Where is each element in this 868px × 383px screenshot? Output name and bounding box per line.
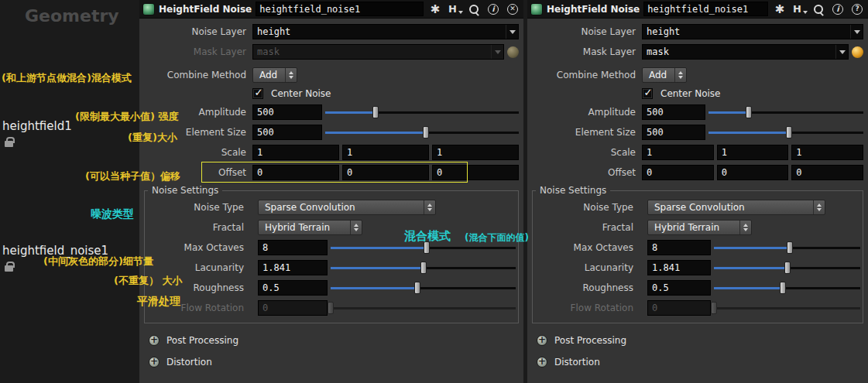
scale-z-field[interactable]: 1 xyxy=(432,145,519,160)
gear-menu-icon[interactable]: ✱ xyxy=(427,2,443,17)
node-name-input[interactable] xyxy=(256,2,424,16)
lacunarity-slider[interactable] xyxy=(331,261,516,275)
slider-handle[interactable] xyxy=(746,106,752,118)
distortion-section[interactable]: + Distortion xyxy=(144,353,519,371)
slider-handle[interactable] xyxy=(786,126,792,138)
offset-x-field[interactable]: 0 xyxy=(252,165,339,180)
spinner-arrows-icon[interactable] xyxy=(813,200,825,214)
scale-z-field[interactable]: 1 xyxy=(791,145,863,160)
distortion-section[interactable]: + Distortion xyxy=(532,353,863,371)
expand-plus-icon[interactable]: + xyxy=(537,357,547,368)
noise-type-dropdown[interactable]: Sparse Convolution xyxy=(647,200,825,215)
search-icon[interactable] xyxy=(466,2,482,17)
scale-x-field[interactable]: 1 xyxy=(252,145,339,160)
element-size-field[interactable]: 500 xyxy=(642,125,705,140)
offset-x-field[interactable]: 0 xyxy=(642,165,714,180)
fractal-dropdown[interactable]: Hybrid Terrain xyxy=(647,220,752,235)
roughness-field[interactable]: 0.5 xyxy=(647,280,711,296)
offset-z-field[interactable]: 0 xyxy=(791,165,863,180)
node-name-input[interactable] xyxy=(643,2,768,16)
chevron-down-icon[interactable] xyxy=(850,25,863,39)
param-row-lacunarity: Lacunarity 1.841 xyxy=(533,259,860,276)
amplitude-slider[interactable] xyxy=(325,105,519,119)
noise-type-dropdown[interactable]: Sparse Convolution xyxy=(258,200,436,215)
spinner-arrows-icon[interactable] xyxy=(285,68,297,82)
noise-layer-field[interactable]: height xyxy=(252,24,519,39)
close-icon[interactable]: ✕ xyxy=(505,2,520,17)
scale-y-field[interactable]: 1 xyxy=(342,145,429,160)
help-icon[interactable]: ? xyxy=(849,2,865,17)
amplitude-field[interactable]: 500 xyxy=(252,104,322,120)
slider-handle[interactable] xyxy=(784,262,791,274)
max-octaves-slider[interactable] xyxy=(714,241,860,255)
chevron-down-icon[interactable] xyxy=(835,45,848,59)
element-size-slider[interactable] xyxy=(708,125,863,139)
slider-handle[interactable] xyxy=(414,282,420,294)
center-noise-checkbox[interactable]: ✓ xyxy=(642,88,653,99)
spinner-arrows-icon[interactable] xyxy=(674,68,686,82)
amplitude-slider[interactable] xyxy=(708,105,863,119)
lacunarity-field[interactable]: 1.841 xyxy=(647,260,711,275)
offset-z-value: 0 xyxy=(437,167,442,178)
scale-y-field[interactable]: 1 xyxy=(717,145,789,160)
noise-layer-field[interactable]: height xyxy=(642,24,863,39)
spinner-arrows-icon[interactable] xyxy=(424,200,435,214)
param-row-noise-type: Noise Type Sparse Convolution xyxy=(533,199,860,216)
element-size-slider[interactable] xyxy=(325,125,519,139)
roughness-slider[interactable] xyxy=(331,281,516,295)
fractal-dropdown[interactable]: Hybrid Terrain xyxy=(258,220,362,235)
offset-z-field[interactable]: 0 xyxy=(432,165,519,180)
mask-layer-field[interactable]: mask xyxy=(642,44,849,60)
expression-language-icon[interactable]: H xyxy=(447,2,462,17)
lacunarity-slider[interactable] xyxy=(714,261,860,275)
slider-handle[interactable] xyxy=(420,262,427,274)
lacunarity-value: 1.841 xyxy=(652,262,680,273)
info-icon[interactable]: i xyxy=(485,2,501,17)
info-icon[interactable]: i xyxy=(830,2,846,17)
chevron-down-icon xyxy=(491,45,503,59)
offset-y-field[interactable]: 0 xyxy=(342,165,429,180)
check-icon: ✓ xyxy=(255,87,263,97)
gear-menu-icon[interactable]: ✱ xyxy=(772,2,787,17)
layer-globe-icon[interactable] xyxy=(852,46,863,58)
slider-handle[interactable] xyxy=(372,106,379,118)
amplitude-value: 500 xyxy=(257,107,274,118)
max-octaves-slider[interactable] xyxy=(331,241,516,255)
max-octaves-field[interactable]: 8 xyxy=(258,240,328,255)
post-processing-section[interactable]: + Post Processing xyxy=(144,331,519,350)
center-noise-checkbox[interactable]: ✓ xyxy=(252,88,263,99)
spinner-arrows-icon[interactable] xyxy=(350,221,362,234)
amplitude-field[interactable]: 500 xyxy=(642,104,705,120)
amplitude-label: Amplitude xyxy=(144,107,252,118)
expand-plus-icon[interactable]: + xyxy=(149,357,160,368)
combine-method-dropdown[interactable]: Add xyxy=(642,67,687,83)
offset-y-field[interactable]: 0 xyxy=(717,165,789,180)
layer-globe-icon[interactable] xyxy=(507,46,519,58)
expand-plus-icon[interactable]: + xyxy=(537,335,547,346)
slider-handle[interactable] xyxy=(787,241,793,254)
search-icon[interactable] xyxy=(811,2,826,17)
scale-x-field[interactable]: 1 xyxy=(642,145,714,160)
max-octaves-field[interactable]: 8 xyxy=(647,240,711,255)
noise-settings-group-title: Noise Settings xyxy=(148,185,222,196)
param-row-roughness: Roughness 0.5 xyxy=(145,279,516,296)
parameter-list: Noise Layer height Mask Layer mask Combi… xyxy=(139,19,523,371)
param-row-fractal: Fractal Hybrid Terrain xyxy=(533,219,860,236)
expression-language-icon[interactable]: H xyxy=(791,2,807,17)
roughness-slider[interactable] xyxy=(714,281,860,295)
lacunarity-field[interactable]: 1.841 xyxy=(258,260,328,275)
slider-handle[interactable] xyxy=(780,282,786,294)
slider-handle[interactable] xyxy=(424,241,430,254)
slider-handle[interactable] xyxy=(423,126,429,138)
element-size-field[interactable]: 500 xyxy=(252,125,322,140)
node-heightfield1-label[interactable]: heightfield1 xyxy=(2,119,72,133)
post-processing-section[interactable]: + Post Processing xyxy=(532,331,863,350)
spinner-arrows-icon[interactable] xyxy=(739,221,751,234)
combine-method-dropdown[interactable]: Add xyxy=(252,67,297,83)
node-heightfield-noise1-label[interactable]: heightfield_noise1 xyxy=(2,244,108,258)
expand-plus-icon[interactable]: + xyxy=(149,335,160,346)
fractal-label: Fractal xyxy=(533,222,640,233)
amplitude-value: 500 xyxy=(647,107,664,118)
chevron-down-icon[interactable] xyxy=(506,25,518,39)
roughness-field[interactable]: 0.5 xyxy=(258,280,328,296)
